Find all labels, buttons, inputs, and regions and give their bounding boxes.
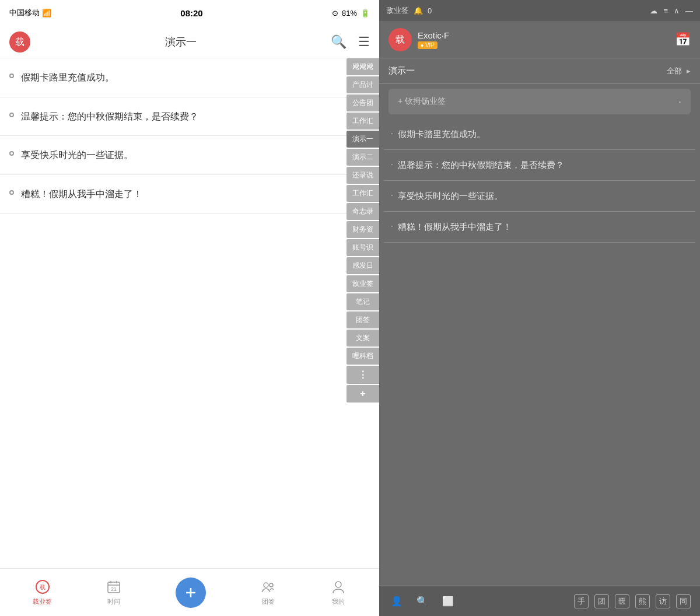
action-btn-fang[interactable]: 访	[656, 594, 670, 608]
tab-shijian[interactable]: 21 时问	[106, 579, 122, 606]
desktop-panel: 敌业签 🔔 0 ☁ ≡ ∧ — 载 Exotic·F ♦ VIP 📅	[379, 0, 700, 616]
tab-add-button[interactable]	[176, 578, 206, 608]
desktop-note-item-1[interactable]: · 假期卡踏里充值成功。	[384, 119, 695, 150]
note-item-3[interactable]: 享受快乐时光的一些证据。	[0, 136, 379, 175]
note-text: 享受快乐时光的一些证据。	[21, 148, 133, 163]
chevron-up-icon[interactable]: ∧	[674, 6, 680, 15]
notebook-name: 演示一	[388, 65, 415, 76]
note-text: 糟糕！假期从我手中溜走了！	[21, 187, 142, 202]
note-bullet	[9, 151, 14, 156]
note-item-4[interactable]: 糟糕！假期从我手中溜走了！	[0, 175, 379, 214]
svg-point-11	[264, 583, 268, 587]
category-item[interactable]: 团签	[346, 312, 379, 328]
mobile-notes-content: 假期卡路里充值成功。 温馨提示：您的中秋假期结束，是否续费？ 享受快乐时光的一些…	[0, 58, 379, 568]
search-icon[interactable]: 🔍	[414, 593, 430, 609]
desktop-note-item-2[interactable]: · 温馨提示：您的中秋假期结束，是否续费？	[384, 150, 695, 181]
category-item[interactable]: 感发日	[346, 257, 379, 274]
status-time: 08:20	[180, 8, 202, 18]
tab-wode[interactable]: 我的	[330, 579, 346, 606]
carrier-text: 中国移动	[9, 8, 40, 18]
svg-text:载: 载	[40, 584, 46, 590]
notebook-scope: 全部 ▸	[667, 66, 691, 76]
action-btn-tuan[interactable]: 团	[594, 594, 609, 608]
mobile-panel: 中国移动 📶 08:20 ⊙ 81% 🔋 载 演示一 🔍 ☰ 假期卡路里充值成功…	[0, 0, 379, 616]
category-item-active[interactable]: 演示一	[346, 131, 379, 148]
desktop-bottom-bar: 👤 🔍 ⬜ 手 团 匮 熊 访 同	[379, 586, 700, 616]
desktop-app-logo[interactable]: 载	[388, 28, 412, 51]
category-item[interactable]: 账号识	[346, 239, 379, 256]
category-item[interactable]: 还录说	[346, 167, 379, 184]
action-btn-kui[interactable]: 匮	[615, 594, 629, 608]
minimize-icon[interactable]: —	[685, 6, 693, 15]
category-item[interactable]: 飕飕飕	[346, 58, 379, 75]
category-item[interactable]: 演示二	[346, 149, 379, 166]
tab-zaiyequan[interactable]: 载 载业签	[33, 579, 52, 606]
category-item-add[interactable]: +	[346, 385, 379, 402]
category-item[interactable]: 文案	[346, 330, 379, 346]
desktop-bottom-right: 手 团 匮 熊 访 同	[574, 594, 691, 608]
category-item[interactable]: 工作汇	[346, 113, 379, 130]
category-item[interactable]: 公告团	[346, 94, 379, 111]
category-item[interactable]: 工作汇	[346, 185, 379, 202]
square-icon[interactable]: ⬜	[440, 593, 456, 609]
note-item-2[interactable]: 温馨提示：您的中秋假期结束，是否续费？	[0, 97, 379, 136]
desktop-header-left: 载 Exotic·F ♦ VIP	[388, 28, 449, 51]
svg-text:21: 21	[111, 586, 117, 592]
note-bullet	[9, 190, 14, 195]
desktop-note-bullet: ·	[391, 190, 393, 200]
desktop-bottom-left: 👤 🔍 ⬜	[388, 593, 456, 609]
app-logo[interactable]: 载	[9, 32, 30, 52]
category-item[interactable]: 产品讨	[346, 76, 379, 93]
search-icon[interactable]: 🔍	[331, 34, 346, 50]
header-icons: 🔍 ☰	[331, 34, 370, 50]
menu-icon[interactable]: ☰	[358, 34, 370, 50]
person-icon[interactable]: 👤	[388, 593, 405, 609]
tab-tuanqian[interactable]: 团签	[260, 579, 276, 606]
tab-label: 我的	[332, 597, 345, 606]
group-icon	[260, 579, 276, 595]
new-note-dots: ·	[678, 96, 681, 108]
desktop-note-text: 温馨提示：您的中秋假期结束，是否续费？	[398, 158, 564, 172]
desktop-note-item-4[interactable]: · 糟糕！假期从我手中溜走了！	[384, 212, 695, 243]
calendar-icon[interactable]: 📅	[675, 32, 691, 47]
person-icon	[330, 579, 346, 595]
desktop-note-item-3[interactable]: · 享受快乐时光的一些证据。	[384, 181, 695, 212]
desktop-note-bullet: ·	[391, 128, 393, 138]
action-btn-shou[interactable]: 手	[574, 594, 589, 608]
tab-label: 时问	[107, 597, 120, 606]
desktop-note-text: 糟糕！假期从我手中溜走了！	[398, 220, 512, 234]
titlebar-app-name: 敌业签	[386, 5, 409, 16]
wifi-icon: 📶	[42, 9, 51, 18]
battery-text: 81%	[342, 9, 357, 18]
category-item[interactable]: 敌业签	[346, 275, 379, 292]
action-btn-tong[interactable]: 同	[676, 594, 691, 608]
battery-icon: 🔋	[360, 9, 370, 18]
desktop-notebook-header: 演示一 全部 ▸	[379, 58, 700, 84]
titlebar-right: ☁ ≡ ∧ —	[650, 6, 693, 15]
svg-point-12	[270, 583, 273, 587]
action-btn-xiong[interactable]: 熊	[635, 594, 650, 608]
status-bar: 中国移动 📶 08:20 ⊙ 81% 🔋	[0, 0, 379, 26]
category-item[interactable]: 笔记	[346, 293, 379, 310]
note-item-1[interactable]: 假期卡路里充值成功。	[0, 58, 379, 97]
desktop-note-bullet: ·	[391, 159, 393, 169]
note-text: 假期卡路里充值成功。	[21, 70, 114, 85]
new-note-placeholder: + 钦拇饧业签	[398, 96, 446, 107]
scope-arrow: ▸	[687, 66, 691, 75]
category-item[interactable]: 财务资	[346, 221, 379, 238]
calendar-icon: 21	[106, 579, 122, 595]
note-text: 温馨提示：您的中秋假期结束，是否续费？	[21, 109, 198, 124]
note-bullet	[9, 74, 14, 78]
new-note-bar[interactable]: + 钦拇饧业签 ·	[388, 89, 691, 114]
tab-label: 载业签	[33, 597, 52, 606]
cloud-icon[interactable]: ☁	[650, 6, 657, 15]
desktop-header: 载 Exotic·F ♦ VIP 📅	[379, 21, 700, 58]
user-info: Exotic·F ♦ VIP	[418, 30, 449, 49]
desktop-notes-list: · 假期卡踏里充值成功。 · 温馨提示：您的中秋假期结束，是否续费？ · 享受快…	[379, 119, 700, 586]
category-item[interactable]: 奇志录	[346, 203, 379, 220]
desktop-note-text: 假期卡踏里充值成功。	[398, 127, 485, 141]
mobile-header: 载 演示一 🔍 ☰	[0, 26, 379, 58]
category-item-more[interactable]: ⋮	[346, 366, 379, 384]
category-item[interactable]: 哩科档	[346, 348, 379, 365]
list-icon[interactable]: ≡	[663, 6, 668, 15]
